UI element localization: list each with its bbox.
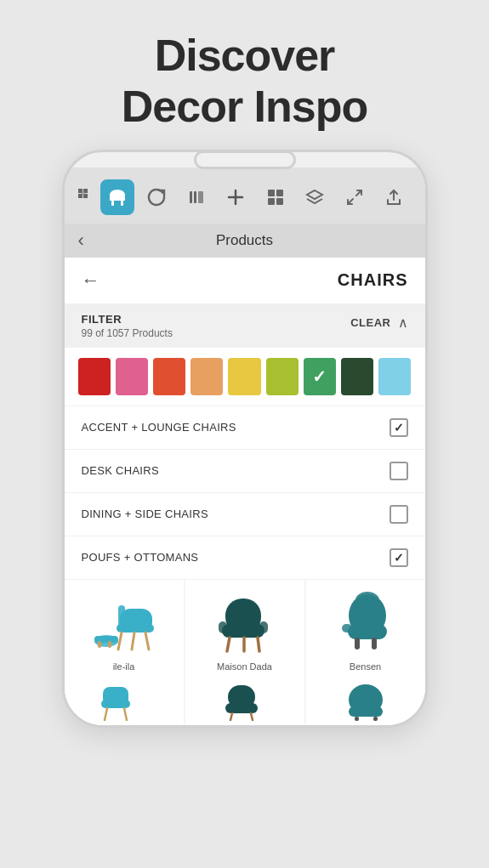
category-list: ACCENT + LOUNGE CHAIRS DESK CHAIRS DININ…: [65, 406, 425, 580]
svg-line-40: [258, 638, 259, 651]
svg-rect-12: [194, 191, 196, 203]
bottom-product-1[interactable]: [65, 678, 184, 725]
swatch-light-blue[interactable]: [378, 358, 411, 395]
svg-rect-18: [268, 198, 275, 205]
svg-rect-7: [111, 201, 114, 206]
svg-rect-25: [94, 636, 118, 643]
toolbar-share-button[interactable]: [377, 179, 411, 215]
category-accent-lounge-checkbox[interactable]: [389, 418, 408, 437]
chairs-title: CHAIRS: [338, 270, 408, 290]
toolbar-chair-button[interactable]: [100, 179, 135, 215]
swatch-green[interactable]: [304, 358, 336, 395]
products-header: ‹ Products: [65, 224, 425, 258]
product-bensen[interactable]: Bensen: [306, 580, 425, 678]
products-grid: ile-ila: [65, 580, 425, 678]
svg-line-33: [145, 633, 149, 650]
product-bensen-name: Bensen: [350, 661, 381, 672]
product-bensen-image: [327, 588, 404, 656]
products-title: Products: [216, 232, 273, 249]
hero-section: Discover Decor Inspo: [122, 0, 368, 150]
svg-rect-57: [355, 717, 359, 721]
bottom-product-3[interactable]: [306, 678, 425, 725]
toolbar: [65, 167, 425, 224]
toolbar-grid-button[interactable]: [259, 179, 293, 215]
bottom-products-row: [65, 678, 425, 725]
svg-rect-46: [372, 638, 377, 650]
svg-line-49: [105, 708, 107, 720]
swatch-dark-green[interactable]: [341, 358, 373, 395]
product-maison-dada-image: [207, 588, 283, 656]
svg-rect-11: [190, 191, 192, 203]
svg-rect-56: [349, 706, 383, 717]
svg-rect-4: [81, 191, 85, 196]
category-poufs-label: POUFS + OTTOMANS: [82, 551, 199, 564]
svg-line-32: [132, 633, 134, 650]
toolbar-back-icon[interactable]: [78, 187, 94, 207]
svg-point-44: [355, 592, 379, 609]
svg-rect-45: [355, 638, 360, 650]
svg-line-54: [251, 713, 253, 720]
clear-button[interactable]: CLEAR: [350, 316, 390, 329]
swatch-yellow[interactable]: [228, 358, 260, 395]
filter-row: FILTER 99 of 1057 Products CLEAR ∧: [65, 304, 425, 348]
chairs-header: ← CHAIRS: [65, 258, 425, 304]
toolbar-add-button[interactable]: [219, 179, 253, 215]
category-accent-lounge[interactable]: ACCENT + LOUNGE CHAIRS: [65, 406, 425, 450]
svg-line-31: [118, 633, 122, 650]
category-poufs-checkbox[interactable]: [389, 548, 408, 567]
category-desk-label: DESK CHAIRS: [82, 464, 159, 477]
svg-line-53: [230, 713, 232, 720]
swatch-peach[interactable]: [190, 358, 223, 395]
category-poufs[interactable]: POUFS + OTTOMANS: [65, 536, 425, 580]
category-dining-checkbox[interactable]: [389, 505, 408, 524]
swatch-orange-red[interactable]: [153, 358, 185, 395]
category-accent-lounge-label: ACCENT + LOUNGE CHAIRS: [82, 421, 236, 434]
svg-rect-36: [219, 621, 227, 633]
svg-rect-43: [342, 624, 352, 633]
filter-count: 99 of 1057 Products: [82, 327, 173, 339]
svg-rect-27: [108, 641, 111, 648]
phone-mockup: ‹ Products ← CHAIRS FILTER 99 of 1057 Pr…: [62, 150, 428, 728]
swatch-pink[interactable]: [116, 358, 148, 395]
product-ile-ila[interactable]: ile-ila: [65, 580, 184, 678]
svg-rect-17: [276, 190, 283, 196]
svg-rect-13: [198, 191, 203, 203]
products-back-button[interactable]: ‹: [78, 230, 84, 252]
toolbar-refresh-button[interactable]: [139, 179, 173, 215]
toolbar-expand-button[interactable]: [338, 179, 372, 215]
hero-title: Discover Decor Inspo: [122, 31, 368, 133]
chevron-up-icon[interactable]: ∧: [398, 315, 408, 331]
filter-label: FILTER: [82, 313, 173, 326]
filter-left: FILTER 99 of 1057 Products: [82, 313, 173, 339]
toolbar-library-button[interactable]: [179, 179, 213, 215]
phone-notch: [194, 150, 296, 169]
filter-right: CLEAR ∧: [350, 313, 407, 331]
svg-rect-8: [121, 201, 123, 206]
svg-marker-20: [307, 190, 322, 199]
chairs-back-button[interactable]: ←: [82, 269, 100, 292]
svg-rect-19: [276, 198, 283, 205]
svg-line-38: [227, 638, 230, 651]
svg-rect-30: [118, 605, 125, 631]
svg-rect-52: [225, 703, 258, 713]
category-desk[interactable]: DESK CHAIRS: [65, 450, 425, 493]
svg-rect-9: [110, 194, 112, 201]
product-maison-dada-name: Maison Dada: [217, 661, 272, 672]
svg-rect-10: [122, 194, 125, 201]
svg-rect-48: [101, 700, 130, 708]
bottom-product-2[interactable]: [185, 678, 304, 725]
product-maison-dada[interactable]: Maison Dada: [185, 580, 304, 678]
product-ile-ila-image: [86, 588, 162, 656]
svg-rect-58: [373, 717, 378, 721]
swatches-row: [65, 348, 425, 406]
toolbar-layers-button[interactable]: [298, 179, 332, 215]
svg-rect-37: [259, 621, 268, 633]
category-desk-checkbox[interactable]: [389, 462, 408, 480]
content-area: ← CHAIRS FILTER 99 of 1057 Products CLEA…: [65, 258, 425, 725]
svg-line-50: [124, 708, 127, 720]
product-ile-ila-name: ile-ila: [113, 661, 135, 672]
swatch-lime[interactable]: [266, 358, 299, 395]
category-dining[interactable]: DINING + SIDE CHAIRS: [65, 493, 425, 536]
svg-rect-42: [348, 624, 387, 639]
swatch-red[interactable]: [78, 358, 111, 395]
